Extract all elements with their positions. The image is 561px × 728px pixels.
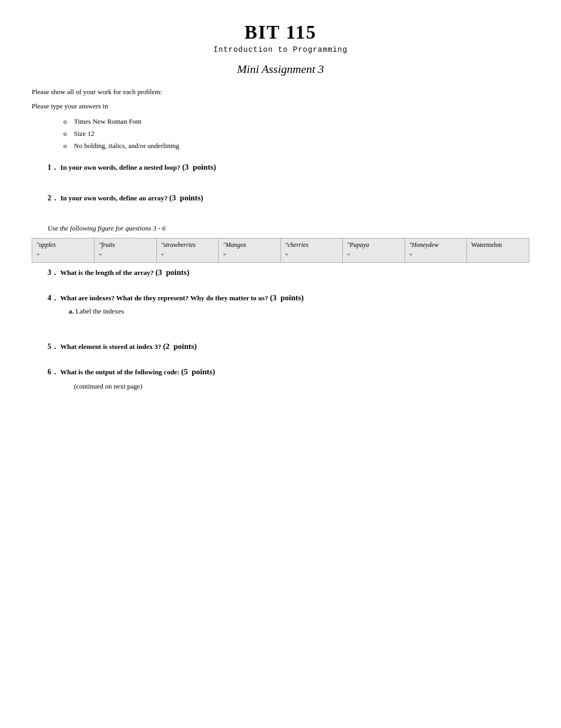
question-2-text: In your own words, define an array? bbox=[60, 194, 167, 202]
question-1-text: In your own words, define a nested loop? bbox=[60, 163, 180, 171]
question-5-points: (2 points) bbox=[163, 342, 197, 351]
instructions-list: Times New Roman Font Size 12 No bolding,… bbox=[63, 115, 529, 152]
array-cell-7-bottom bbox=[467, 252, 529, 263]
array-cell-1-bottom: " bbox=[95, 252, 157, 263]
question-6-block: 6． What is the output of the following c… bbox=[32, 367, 529, 391]
array-cell-2-bottom: " bbox=[156, 252, 219, 263]
question-6-points: (5 points) bbox=[181, 367, 215, 376]
question-6-text: What is the output of the following code… bbox=[60, 368, 181, 376]
assignment-title: Mini Assignment 3 bbox=[237, 62, 324, 76]
figure-note: Use the following figure for questions 3… bbox=[32, 224, 529, 233]
question-4-sub: a. Label the indexes bbox=[69, 307, 529, 316]
question-4-sub-label: a. bbox=[69, 307, 74, 315]
array-cell-5-bottom: " bbox=[343, 252, 405, 263]
continued-note: (continued on next page) bbox=[48, 382, 529, 391]
array-cell-5-top: "Papaya bbox=[343, 238, 405, 252]
question-5-label: 5． What element is stored at index 3? (2… bbox=[48, 342, 529, 352]
question-1-points: (3 points) bbox=[182, 163, 216, 171]
array-cell-3-top: "Mangos bbox=[219, 238, 281, 252]
question-4-block: 4． What are indexes? What do they repres… bbox=[32, 293, 529, 316]
array-cell-6-top: "Honeydew bbox=[405, 238, 467, 252]
question-3-points: (3 points) bbox=[155, 268, 189, 277]
question-3-text: What is the length of the array? bbox=[60, 269, 154, 277]
array-cell-4-bottom: " bbox=[280, 252, 343, 263]
array-cell-2-top: "strawberries bbox=[156, 238, 219, 252]
array-cell-6-bottom: " bbox=[405, 252, 467, 263]
instructions-item-3: No bolding, italics, and/or underlining bbox=[63, 140, 529, 152]
instructions-block: Please show all of your work for each pr… bbox=[32, 87, 529, 152]
instructions-line2: Please type your answers in bbox=[32, 101, 529, 112]
question-4-label: 4． What are indexes? What do they repres… bbox=[48, 293, 529, 303]
question-4-text: What are indexes? What do they represent… bbox=[60, 294, 268, 302]
array-cell-0-bottom: " bbox=[32, 252, 95, 263]
question-2-label: 2． In your own words, define an array? (… bbox=[48, 193, 529, 203]
question-5-num: 5． bbox=[48, 343, 59, 351]
question-4-num: 4． bbox=[48, 294, 59, 302]
question-5-text: What element is stored at index 3? bbox=[60, 343, 161, 351]
array-row-top: "apples "fruits "strawberries "Mangos "c… bbox=[32, 238, 529, 252]
question-4-points: (3 points) bbox=[270, 293, 304, 302]
question-5-block: 5． What element is stored at index 3? (2… bbox=[32, 342, 529, 352]
instructions-item-2: Size 12 bbox=[63, 127, 529, 140]
question-3-label: 3． What is the length of the array? (3 p… bbox=[48, 268, 529, 278]
question-2-points: (3 points) bbox=[170, 193, 203, 202]
question-1-block: 1． In your own words, define a nested lo… bbox=[32, 163, 529, 172]
instructions-item-1: Times New Roman Font bbox=[63, 115, 529, 127]
page-header: BIT 115 Introduction to Programming Mini… bbox=[32, 21, 529, 76]
question-6-label: 6． What is the output of the following c… bbox=[48, 367, 529, 377]
array-cell-1-top: "fruits bbox=[95, 238, 157, 252]
array-cell-3-bottom: " bbox=[219, 252, 281, 263]
array-table: "apples "fruits "strawberries "Mangos "c… bbox=[32, 238, 529, 263]
instructions-line1: Please show all of your work for each pr… bbox=[32, 87, 529, 98]
question-2-block: 2． In your own words, define an array? (… bbox=[32, 193, 529, 203]
question-1-label: 1． In your own words, define a nested lo… bbox=[48, 163, 529, 172]
question-1-num: 1． bbox=[48, 163, 59, 171]
question-3-num: 3． bbox=[48, 269, 59, 277]
question-3-block: 3． What is the length of the array? (3 p… bbox=[32, 268, 529, 278]
array-cell-0-top: "apples bbox=[32, 238, 95, 252]
question-6-num: 6． bbox=[48, 368, 59, 376]
question-4-sub-text: Label the indexes bbox=[76, 307, 124, 315]
course-subtitle: Introduction to Programming bbox=[32, 45, 529, 54]
array-cell-4-top: "cherries bbox=[280, 238, 343, 252]
question-2-num: 2． bbox=[48, 194, 59, 202]
course-title: BIT 115 bbox=[32, 21, 529, 43]
array-row-bottom: " " " " " " " bbox=[32, 252, 529, 263]
array-table-wrapper: "apples "fruits "strawberries "Mangos "c… bbox=[32, 238, 529, 263]
array-cell-7-top: Watermelon bbox=[467, 238, 529, 252]
